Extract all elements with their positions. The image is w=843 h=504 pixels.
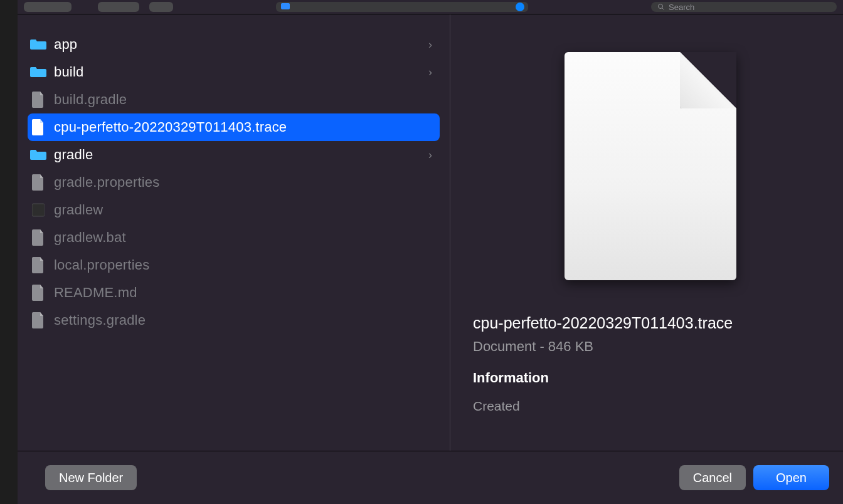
dialog-footer: New Folder Cancel Open [18,451,843,504]
svg-point-0 [659,4,663,9]
file-row: settings.gradle [28,307,440,334]
cancel-button[interactable]: Cancel [679,465,746,490]
file-icon [30,92,46,108]
preview-filename: cpu-perfetto-20220329T011403.trace [473,314,828,332]
group-controls[interactable] [149,2,173,12]
file-row: gradle.properties [28,169,440,196]
view-mode-controls[interactable] [98,2,139,12]
nav-controls[interactable] [24,2,72,12]
file-icon [30,119,46,135]
chevron-right-icon: › [428,66,432,79]
exec-icon [30,202,46,218]
file-name: gradlew.bat [54,229,432,246]
folder-icon [30,66,46,78]
document-thumbnail [565,52,736,280]
file-row: README.md [28,279,440,307]
file-name: local.properties [54,257,432,273]
file-icon [30,312,46,328]
file-name: gradle [54,147,421,163]
new-folder-button[interactable]: New Folder [45,465,137,490]
svg-rect-2 [32,204,45,216]
file-icon [32,229,45,246]
dialog-body: app›build›build.gradlecpu-perfetto-20220… [18,14,843,451]
file-name: README.md [54,285,432,301]
folder-icon [30,147,46,163]
folder-icon [30,38,46,51]
folder-icon [30,64,46,80]
file-name: app [54,36,421,53]
search-placeholder: Search [669,3,694,12]
file-icon [32,119,45,135]
preview-panel: cpu-perfetto-20220329T011403.trace Docum… [450,14,843,451]
file-row: build.gradle [28,86,440,113]
file-icon [30,174,46,191]
exec-icon [32,202,45,218]
file-row: gradlew [28,196,440,224]
file-name: settings.gradle [54,312,432,328]
open-dialog: Search app›build›build.gradlecpu-perfett… [18,0,843,504]
open-button[interactable]: Open [753,465,829,490]
file-name: gradlew [54,202,432,218]
file-row: gradlew.bat [28,224,440,251]
file-icon [32,92,45,108]
path-dropdown[interactable] [276,2,528,12]
search-icon [657,3,665,11]
file-icon [30,229,46,246]
chevron-badge-icon [516,3,524,11]
file-icon [32,257,45,273]
file-row: local.properties [28,251,440,279]
file-name: cpu-perfetto-20220329T011403.trace [54,119,432,135]
search-input[interactable]: Search [651,2,837,12]
file-row[interactable]: build› [28,58,440,86]
file-row[interactable]: cpu-perfetto-20220329T011403.trace [28,113,440,141]
file-icon [32,285,45,301]
file-name: build.gradle [54,92,432,108]
chevron-right-icon: › [428,149,432,162]
toolbar: Search [18,0,843,14]
file-row[interactable]: gradle› [28,141,440,169]
created-label: Created [473,399,828,414]
preview-subtitle: Document - 846 KB [473,339,828,355]
file-row[interactable]: app› [28,31,440,58]
file-icon [32,174,45,191]
chevron-right-icon: › [428,38,432,51]
file-name: gradle.properties [54,174,432,191]
folder-icon [30,36,46,53]
folder-icon [30,149,46,161]
file-icon [32,312,45,328]
file-list[interactable]: app›build›build.gradlecpu-perfetto-20220… [18,14,450,451]
file-icon [30,285,46,301]
file-icon [30,257,46,273]
file-name: build [54,64,421,80]
info-header: Information [473,370,828,386]
folder-icon [281,3,290,9]
svg-line-1 [662,8,664,10]
